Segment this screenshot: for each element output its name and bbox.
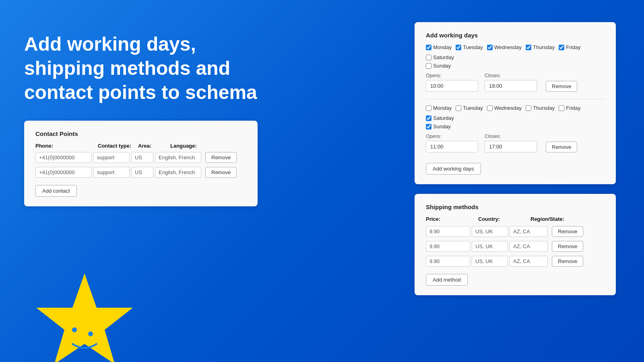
main-title: Add working days, shipping methods and c… [24, 32, 258, 105]
add-method-button[interactable]: Add method [426, 274, 468, 286]
day-thursday-2[interactable]: Thursday [526, 105, 555, 111]
svg-point-2 [88, 331, 93, 336]
remove-sm-3[interactable]: Remove [552, 256, 583, 267]
working-days-section-1: Monday Tuesday Wednesday Thursday Friday… [426, 44, 605, 99]
shipping-row-3: Remove [426, 256, 605, 267]
price-input-3[interactable] [426, 256, 470, 267]
shipping-methods-header: Price: Country: Region/State: [426, 216, 605, 222]
day-saturday-2[interactable]: Saturday [426, 115, 454, 121]
region-input-2[interactable] [510, 241, 548, 252]
area-input-1[interactable] [131, 152, 153, 163]
working-days-section-2: Monday Tuesday Wednesday Thursday Friday… [426, 105, 605, 160]
opens-group-1: Opens: [426, 73, 478, 92]
header-country: Country: [478, 216, 530, 222]
day-monday-1[interactable]: Monday [426, 44, 452, 50]
day-wednesday-1[interactable]: Wednesday [487, 44, 522, 50]
add-working-days-button[interactable]: Add working days [426, 163, 481, 175]
day-friday-2[interactable]: Friday [559, 105, 580, 111]
add-contact-button[interactable]: Add contact [35, 185, 77, 197]
remove-sm-1[interactable]: Remove [552, 226, 583, 237]
shipping-row-1: Remove [426, 226, 605, 237]
closes-group-1: Closes: [485, 73, 537, 92]
day-row-2: Monday Tuesday Wednesday Thursday Friday… [426, 105, 605, 121]
day-wednesday-2[interactable]: Wednesday [487, 105, 522, 111]
contact-type-input-1[interactable] [93, 152, 130, 163]
time-row-1: Opens: Closes: Remove [426, 73, 605, 92]
day-thursday-1[interactable]: Thursday [526, 44, 555, 50]
header-area: Area: [138, 143, 170, 149]
remove-contact-1[interactable]: Remove [205, 152, 237, 163]
closes-label-2: Closes: [485, 134, 537, 139]
day-friday-1[interactable]: Friday [559, 44, 580, 50]
closes-label-1: Closes: [485, 73, 537, 78]
closes-group-2: Closes: [485, 134, 537, 152]
price-input-2[interactable] [426, 241, 470, 252]
remove-wd-1[interactable]: Remove [546, 81, 577, 92]
opens-input-1[interactable] [426, 80, 478, 92]
remove-sm-2[interactable]: Remove [552, 241, 583, 252]
price-input-1[interactable] [426, 226, 470, 237]
shipping-methods-title: Shipping methods [426, 204, 605, 210]
contact-points-card: Contact Points Phone: Contact type: Area… [24, 121, 258, 206]
language-input-2[interactable] [155, 167, 201, 178]
opens-group-2: Opens: [426, 134, 478, 152]
country-input-2[interactable] [472, 241, 508, 252]
header-region: Region/State: [530, 216, 583, 222]
day-tuesday-1[interactable]: Tuesday [456, 44, 483, 50]
day-sunday-1[interactable]: Sunday [426, 63, 451, 69]
opens-input-2[interactable] [426, 141, 478, 152]
left-panel: Add working days, shipping methods and c… [24, 32, 258, 206]
contact-row-1: Remove [35, 152, 246, 163]
opens-label-1: Opens: [426, 73, 478, 78]
closes-input-2[interactable] [485, 141, 537, 152]
phone-input-2[interactable] [35, 167, 92, 178]
remove-wd-2[interactable]: Remove [546, 142, 577, 152]
closes-input-1[interactable] [485, 80, 537, 92]
header-language: Language: [170, 143, 223, 149]
star-decoration [32, 269, 137, 362]
day-monday-2[interactable]: Monday [426, 105, 452, 111]
contact-row-2: Remove [35, 167, 246, 178]
region-input-1[interactable] [510, 226, 548, 237]
header-phone: Phone: [35, 143, 98, 149]
contact-points-header: Phone: Contact type: Area: Language: [35, 143, 246, 149]
country-input-1[interactable] [472, 226, 508, 237]
region-input-3[interactable] [510, 256, 548, 267]
header-price: Price: [426, 216, 478, 222]
shipping-methods-card: Shipping methods Price: Country: Region/… [415, 194, 616, 295]
working-days-card: Add working days Monday Tuesday Wednesda… [415, 22, 616, 184]
shipping-row-2: Remove [426, 241, 605, 252]
working-days-title: Add working days [426, 32, 605, 39]
right-panel: Add working days Monday Tuesday Wednesda… [415, 22, 616, 295]
contact-points-title: Contact Points [35, 130, 246, 137]
svg-point-1 [72, 327, 77, 332]
time-row-2: Opens: Closes: Remove [426, 134, 605, 152]
opens-label-2: Opens: [426, 134, 478, 139]
day-saturday-1[interactable]: Saturday [426, 54, 454, 60]
phone-input-1[interactable] [35, 152, 92, 163]
day-tuesday-2[interactable]: Tuesday [456, 105, 483, 111]
day-row-1: Monday Tuesday Wednesday Thursday Friday… [426, 44, 605, 60]
language-input-1[interactable] [155, 152, 201, 163]
day-sunday-2[interactable]: Sunday [426, 123, 451, 130]
day-row-2b: Sunday [426, 123, 605, 130]
day-row-1b: Sunday [426, 63, 605, 69]
remove-contact-2[interactable]: Remove [205, 167, 237, 178]
contact-type-input-2[interactable] [93, 167, 130, 178]
header-contact-type: Contact type: [98, 143, 138, 149]
country-input-3[interactable] [472, 256, 508, 267]
area-input-2[interactable] [131, 167, 153, 178]
